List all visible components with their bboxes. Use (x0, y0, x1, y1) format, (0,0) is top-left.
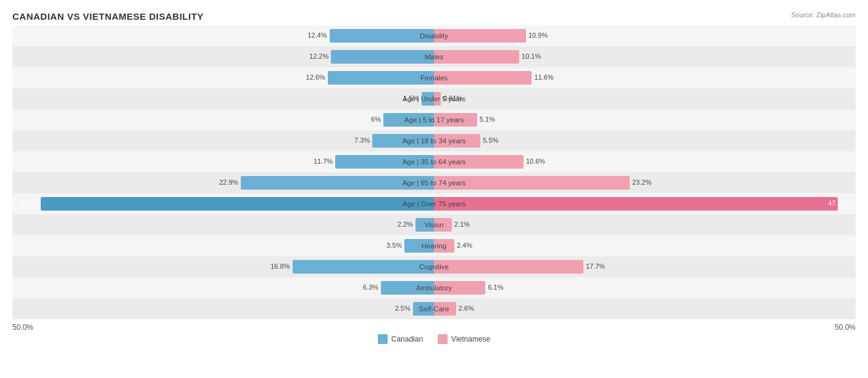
bar-right (434, 239, 454, 253)
bar-right (434, 218, 452, 232)
bar-right (434, 71, 532, 85)
val-right: 10.6% (526, 158, 545, 165)
chart-row: Ambulatory6.3%6.1% (12, 277, 856, 298)
bar-right (434, 197, 838, 211)
val-left: 1.5% (403, 94, 419, 102)
val-left: 16.8% (270, 262, 290, 270)
chart-row: Males12.2%10.1% (12, 46, 856, 67)
chart-row: Hearing3.5%2.4% (12, 235, 856, 256)
axis-row: 50.0% 50.0% (12, 323, 856, 332)
bar-right (434, 134, 480, 148)
bar-left (422, 92, 434, 106)
bar-left (41, 197, 434, 211)
bar-right (434, 260, 583, 274)
val-right: 6.1% (488, 284, 503, 291)
bar-left (331, 50, 434, 64)
val-right: 2.4% (457, 242, 472, 249)
bar-right (434, 113, 477, 127)
bar-left (372, 134, 434, 148)
val-left: 12.6% (306, 74, 325, 81)
axis-right: 50.0% (835, 323, 856, 332)
bar-right (434, 302, 456, 316)
legend-canadian-box (378, 334, 388, 344)
chart-row: Age | Over 75 years46.6%47.9% (12, 193, 856, 214)
bar-left (293, 260, 434, 274)
bar-left (415, 218, 434, 232)
source-label: Source: ZipAtlas.com (791, 11, 856, 19)
bar-right (434, 29, 526, 43)
chart-title: CANADIAN VS VIETNAMESE DISABILITY (12, 11, 856, 22)
val-right: 17.7% (586, 262, 605, 270)
val-left: 6.3% (363, 284, 378, 291)
val-left: 12.4% (307, 32, 327, 39)
val-right: 2.6% (459, 304, 474, 312)
val-left: 12.2% (309, 52, 328, 60)
chart-row: Age | 18 to 34 years7.3%5.5% (12, 130, 856, 151)
legend-canadian: Canadian (378, 334, 423, 344)
val-left: 6% (371, 116, 381, 123)
chart-area: Disability12.4%10.9%Males12.2%10.1%Femal… (12, 25, 856, 319)
val-right: 10.9% (528, 32, 548, 39)
legend: Canadian Vietnamese (12, 334, 856, 344)
val-left: 7.3% (354, 136, 370, 144)
val-right: 23.2% (632, 178, 651, 186)
bar-right (434, 50, 519, 64)
val-right: 0.81% (443, 94, 462, 102)
val-left: 2.5% (395, 304, 411, 312)
bar-right (434, 281, 485, 295)
chart-row: Self-Care2.5%2.6% (12, 298, 856, 319)
chart-row: Vision2.2%2.1% (12, 214, 856, 235)
bar-left (330, 29, 434, 43)
val-left: 46.6% (21, 200, 40, 207)
chart-row: Cognitive16.8%17.7% (12, 256, 856, 277)
val-right: 5.1% (480, 116, 495, 123)
chart-row: Age | 65 to 74 years22.9%23.2% (12, 172, 856, 193)
chart-row: Age | Under 5 years1.5%0.81% (12, 88, 856, 109)
val-right: 47.9% (828, 200, 847, 207)
chart-container: CANADIAN VS VIETNAMESE DISABILITY Source… (0, 0, 868, 378)
val-right: 5.5% (483, 136, 498, 144)
bar-right (434, 155, 524, 169)
legend-vietnamese-label: Vietnamese (451, 335, 490, 343)
bar-left (413, 302, 434, 316)
legend-vietnamese-box (438, 334, 448, 344)
val-right: 10.1% (522, 52, 541, 60)
bar-left (335, 155, 434, 169)
bar-left (381, 281, 434, 295)
legend-vietnamese: Vietnamese (438, 334, 490, 344)
bar-left (328, 71, 434, 85)
bar-right (434, 176, 630, 190)
val-left: 11.7% (314, 158, 333, 165)
bar-right (434, 92, 441, 106)
val-left: 2.2% (398, 220, 413, 228)
chart-row: Age | 35 to 64 years11.7%10.6% (12, 151, 856, 172)
bar-left (383, 113, 434, 127)
legend-canadian-label: Canadian (391, 335, 423, 343)
axis-left: 50.0% (12, 323, 33, 332)
chart-row: Age | 5 to 17 years6%5.1% (12, 109, 856, 130)
chart-row: Females12.6%11.6% (12, 67, 856, 88)
bar-left (404, 239, 434, 253)
val-right: 2.1% (454, 220, 470, 228)
val-left: 3.5% (386, 242, 402, 249)
chart-row: Disability12.4%10.9% (12, 25, 856, 46)
bar-left (241, 176, 434, 190)
val-left: 22.9% (219, 178, 238, 186)
val-right: 11.6% (535, 74, 554, 81)
